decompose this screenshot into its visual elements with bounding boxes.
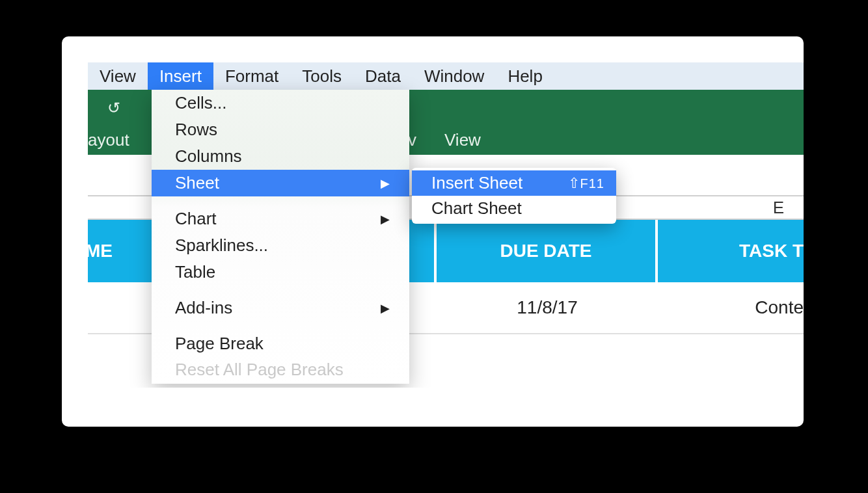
dd-page-break[interactable]: Page Break xyxy=(152,330,409,357)
dd-table-label: Table xyxy=(175,262,215,282)
submenu-arrow-icon: ▶ xyxy=(381,212,390,226)
submenu-arrow-icon: ▶ xyxy=(381,301,390,315)
menu-window[interactable]: Window xyxy=(413,62,496,90)
dd-chart-label: Chart xyxy=(175,209,217,229)
dd-sparklines[interactable]: Sparklines... xyxy=(152,232,409,259)
dd-chart[interactable]: Chart ▶ xyxy=(152,206,409,232)
dd-sheet-label: Sheet xyxy=(175,173,219,193)
dd-cells-label: Cells... xyxy=(175,93,226,113)
menubar: View Insert Format Tools Data Window Hel… xyxy=(88,62,804,90)
menu-view[interactable]: View xyxy=(88,62,148,90)
dd-sparklines-label: Sparklines... xyxy=(175,235,268,256)
dd-sheet[interactable]: Sheet ▶ xyxy=(152,170,409,196)
sm-chart-sheet[interactable]: Chart Sheet xyxy=(412,196,616,221)
dd-addins[interactable]: Add-ins ▶ xyxy=(152,295,409,321)
dd-rows[interactable]: Rows xyxy=(152,116,409,143)
sm-insert-sheet-shortcut: ⇧F11 xyxy=(568,175,604,192)
app-window: View Insert Format Tools Data Window Hel… xyxy=(88,62,804,388)
th-name-label: ME xyxy=(88,241,113,261)
dd-rows-label: Rows xyxy=(175,120,217,140)
dd-separator xyxy=(152,196,409,206)
menu-data[interactable]: Data xyxy=(353,62,413,90)
dd-separator xyxy=(152,286,409,295)
column-header-e[interactable]: E xyxy=(773,198,784,218)
ribbon-tab-view[interactable]: View xyxy=(444,130,481,150)
sm-insert-sheet-label: Insert Sheet xyxy=(431,173,522,193)
menu-help[interactable]: Help xyxy=(496,62,554,90)
sm-insert-sheet[interactable]: Insert Sheet ⇧F11 xyxy=(412,170,616,196)
undo-icon[interactable]: ↺ xyxy=(107,99,120,117)
ribbon-tab-layout-fragment[interactable]: ayout xyxy=(88,130,129,150)
sm-chart-sheet-label: Chart Sheet xyxy=(431,198,522,219)
dd-addins-label: Add-ins xyxy=(175,298,232,318)
dd-table[interactable]: Table xyxy=(152,259,409,286)
th-task[interactable]: TASK T xyxy=(658,220,804,282)
cell-task[interactable]: Conte xyxy=(658,282,804,333)
dd-separator xyxy=(152,321,409,330)
menu-format[interactable]: Format xyxy=(213,62,290,90)
menu-tools[interactable]: Tools xyxy=(290,62,353,90)
insert-dropdown: Cells... Rows Columns Sheet ▶ Chart ▶ Sp… xyxy=(152,90,409,384)
dd-columns[interactable]: Columns xyxy=(152,143,409,170)
dd-cells[interactable]: Cells... xyxy=(152,90,409,116)
sheet-submenu: Insert Sheet ⇧F11 Chart Sheet xyxy=(412,168,616,224)
dd-columns-label: Columns xyxy=(175,146,242,167)
th-task-label: TASK T xyxy=(739,241,804,261)
submenu-arrow-icon: ▶ xyxy=(381,176,390,191)
dd-reset-page-breaks-disabled: Reset All Page Breaks xyxy=(152,357,409,380)
cell-due-date[interactable]: 11/8/17 xyxy=(437,282,658,333)
th-due-label: DUE DATE xyxy=(500,241,591,261)
menu-insert[interactable]: Insert xyxy=(148,62,213,90)
th-due-date[interactable]: DUE DATE xyxy=(437,220,658,282)
screenshot-card: View Insert Format Tools Data Window Hel… xyxy=(62,36,804,427)
dd-page-break-label: Page Break xyxy=(175,334,264,354)
